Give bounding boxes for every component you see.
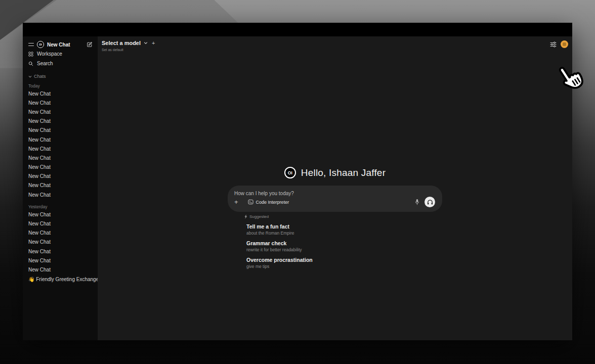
workspace-grid-icon [28,52,33,57]
main-area: Select a model + Set as default [98,36,572,340]
chat-list-item[interactable]: New Chat [28,135,93,144]
window-titlebar [23,23,572,36]
chat-list-item[interactable]: New Chat [28,238,93,247]
message-input[interactable]: How can I help you today? + Code Interpr… [228,186,442,212]
suggested-prompts: Tell me a fun fact about the Roman Empir… [244,223,442,269]
greeting-text: Hello, Ishaan Jaffer [301,167,386,178]
new-chat-edit-icon[interactable] [87,41,93,48]
chats-section-toggle[interactable]: Chats [28,73,93,80]
user-avatar[interactable] [561,40,568,48]
chat-list-item[interactable]: New Chat [28,126,93,135]
sidebar-item-workspace[interactable]: Workspace [28,49,93,59]
workspace-label: Workspace [37,51,62,57]
chat-list-item[interactable]: New Chat [28,219,93,228]
model-selector[interactable]: Select a model [102,40,141,46]
chat-list-item[interactable]: New Chat [28,265,93,274]
prompt-title: Overcome procrastination [246,257,442,263]
welcome-panel: OI Hello, Ishaan Jaffer How can I help y… [228,167,442,269]
code-interpreter-icon [248,199,253,205]
greeting-row: OI Hello, Ishaan Jaffer [228,167,442,178]
chat-list-item[interactable]: New Chat [28,247,93,256]
chat-list-item[interactable]: New Chat [28,153,93,162]
chat-list-item[interactable]: New Chat [28,256,93,265]
suggested-section: Suggested Tell me a fun fact about the R… [228,214,442,269]
microphone-icon[interactable] [414,199,420,206]
chat-list-item[interactable]: New Chat [28,117,93,126]
chat-list-yesterday: New ChatNew ChatNew ChatNew ChatNew Chat… [28,210,93,274]
chat-list-item[interactable]: New Chat [28,181,93,190]
app-window: OI New Chat Workspace [23,23,572,340]
sidebar-header: OI New Chat [28,40,93,49]
prompt-subtitle: about the Roman Empire [246,231,442,236]
chats-section-label: Chats [34,74,46,79]
search-label: Search [37,61,53,66]
headphones-icon [427,199,433,205]
model-header: Select a model + Set as default [102,40,155,52]
message-input-placeholder: How can I help you today? [234,191,435,196]
chat-list-today: New ChatNew ChatNew ChatNew ChatNew Chat… [28,89,93,199]
prompt-title: Grammar check [246,240,442,246]
suggested-label: Suggested [249,214,269,219]
openwebui-logo-icon: OI [37,41,44,48]
chat-list-item[interactable]: New Chat [28,144,93,153]
sidebar: OI New Chat Workspace [23,36,98,340]
chat-list-item[interactable]: New Chat [28,229,93,238]
openwebui-logo-icon: OI [284,167,296,178]
chat-list-item[interactable]: New Chat [28,163,93,172]
add-model-button[interactable]: + [152,40,155,46]
chat-list-item[interactable]: New Chat [28,98,93,107]
settings-sliders-icon[interactable] [550,41,557,48]
chat-list-item[interactable]: New Chat [28,210,93,219]
bolt-icon [244,214,247,219]
sidebar-item-search[interactable]: Search [28,59,93,68]
code-interpreter-toggle[interactable]: Code Interpreter [248,199,289,205]
top-actions [550,40,568,48]
suggested-prompt[interactable]: Overcome procrastination give me tips [246,257,442,269]
chat-list-item[interactable]: New Chat [28,190,93,199]
chat-group-label-today: Today [28,82,93,89]
search-icon [28,61,33,66]
sidebar-app-title: New Chat [47,42,70,48]
model-chevron-down-icon[interactable] [144,41,148,45]
set-default-link[interactable]: Set as default [102,48,155,52]
prompt-title: Tell me a fun fact [246,223,442,230]
suggested-prompt[interactable]: Grammar check rewrite it for better read… [246,240,442,252]
sidebar-toggle-icon[interactable] [28,43,34,47]
prompt-subtitle: rewrite it for better readability [246,247,442,252]
prompt-subtitle: give me tips [246,264,442,269]
code-interpreter-label: Code Interpreter [256,200,289,205]
chat-group-label-yesterday: Yesterday [28,203,93,210]
chat-list-item[interactable]: New Chat [28,89,93,98]
voice-call-button[interactable] [424,197,435,207]
chat-list-item[interactable]: New Chat [28,107,93,116]
chat-list-item[interactable]: New Chat [28,172,93,181]
chat-list-item-named[interactable]: 👋 Friendly Greeting Exchange [28,275,93,284]
chevron-down-icon [28,75,32,78]
suggested-prompt[interactable]: Tell me a fun fact about the Roman Empir… [246,223,442,236]
attach-plus-button[interactable]: + [234,200,238,205]
